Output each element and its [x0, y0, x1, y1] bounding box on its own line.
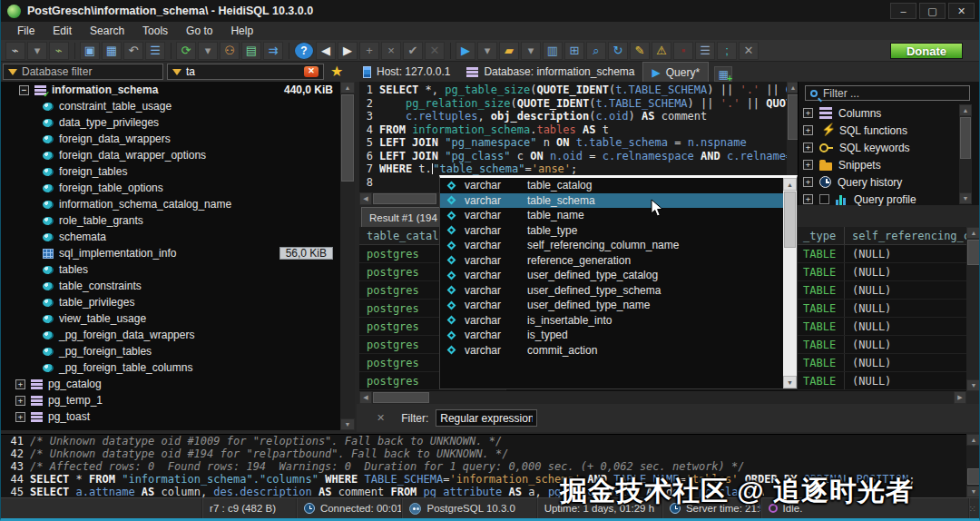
menu-goto[interactable]: Go to: [177, 25, 221, 37]
helper-item-snippets[interactable]: +Snippets: [803, 156, 963, 173]
grid-cell[interactable]: (NULL): [845, 336, 966, 353]
session-manager-icon[interactable]: ☰: [145, 42, 165, 60]
tree-scrollbar[interactable]: ▲ ▼: [340, 82, 355, 430]
tab-database[interactable]: Database: information_schema: [458, 62, 642, 82]
grid-cell[interactable]: (NULL): [845, 318, 966, 335]
scroll-down-icon[interactable]: ▼: [340, 418, 355, 430]
scroll-down-icon[interactable]: ▼: [966, 379, 980, 391]
table-row[interactable]: TABLE(NULL): [798, 263, 966, 281]
scroll-up-icon[interactable]: ▲: [340, 82, 355, 93]
grid-cell[interactable]: TABLE: [798, 318, 845, 335]
autocomplete-item[interactable]: varchartable_catalog: [440, 178, 783, 193]
new-query-tab-button[interactable]: ▦: [714, 66, 732, 82]
grid-vscrollbar[interactable]: ▲ ▼: [966, 227, 980, 391]
expand-icon[interactable]: +: [803, 108, 813, 118]
menu-help[interactable]: Help: [221, 25, 262, 37]
autocomplete-item[interactable]: varchartable_name: [440, 208, 783, 223]
tab-host[interactable]: Host: 127.0.0.1: [355, 62, 458, 82]
scroll-up-icon[interactable]: ▲: [966, 227, 980, 239]
tree-item-_pg_foreign_data_wrappers[interactable]: _pg_foreign_data_wrappers: [1, 327, 353, 343]
expand-icon[interactable]: +: [803, 160, 813, 170]
profile-checkbox[interactable]: [819, 194, 829, 204]
previous-result-icon[interactable]: ◀: [316, 42, 336, 60]
autocomplete-item[interactable]: varcharself_referencing_column_name: [440, 238, 783, 253]
table-row[interactable]: TABLE(NULL): [798, 372, 966, 390]
grid-cell[interactable]: (NULL): [845, 300, 966, 317]
tree-item-foreign_table_options[interactable]: foreign_table_options: [1, 180, 353, 196]
tree-item-information_schema_catalog_name[interactable]: information_schema_catalog_name: [1, 196, 353, 212]
grid-cell[interactable]: TABLE: [798, 245, 845, 262]
grid-hscrollbar[interactable]: ◀ ▶: [359, 391, 966, 404]
data-transfer-icon[interactable]: ⇉: [263, 42, 283, 60]
autocomplete-item[interactable]: varcharuser_defined_type_catalog: [440, 268, 783, 283]
open-file-icon[interactable]: ▰: [499, 42, 519, 60]
table-row[interactable]: TABLE(NULL): [798, 281, 966, 300]
tree-item-view_table_usage[interactable]: view_table_usage: [1, 310, 353, 327]
copy-icon[interactable]: ▣: [80, 42, 100, 60]
new-window-icon[interactable]: ⊞: [564, 42, 584, 60]
stop-icon[interactable]: ▪: [673, 42, 693, 60]
menu-file[interactable]: File: [8, 25, 44, 37]
disconnect-icon[interactable]: ⌁: [49, 42, 69, 60]
open-dropdown-icon[interactable]: ▾: [521, 42, 541, 60]
helper-scrollbar[interactable]: ▲ ▼: [959, 104, 972, 204]
column-header[interactable]: _type: [798, 227, 845, 244]
scrollbar-thumb[interactable]: [784, 192, 796, 248]
expand-icon[interactable]: +: [15, 396, 25, 406]
tree-item-pg_catalog[interactable]: +pg_catalog: [1, 376, 353, 392]
expand-icon[interactable]: +: [15, 379, 25, 389]
column-header[interactable]: self_referencing_col: [845, 227, 966, 244]
delete-record-icon[interactable]: ×: [381, 42, 401, 60]
menu-edit[interactable]: Edit: [44, 25, 81, 37]
tree-item-tables[interactable]: tables: [1, 261, 353, 278]
scrollbar-thumb[interactable]: [967, 468, 980, 485]
replace-icon[interactable]: ↻: [608, 42, 628, 60]
reformat-icon[interactable]: ☰: [695, 42, 715, 60]
autocomplete-item[interactable]: varcharcommit_action: [440, 343, 783, 359]
tree-item-pg_toast[interactable]: +pg_toast: [1, 408, 353, 425]
table-row[interactable]: TABLE(NULL): [798, 245, 966, 263]
tree-item-_pg_foreign_table_columns[interactable]: _pg_foreign_table_columns: [1, 359, 353, 376]
grid-cell[interactable]: TABLE: [798, 300, 845, 317]
scroll-up-icon[interactable]: ▲: [966, 434, 980, 446]
scroll-right-icon[interactable]: ▶: [954, 391, 966, 404]
autocomplete-item[interactable]: varchartable_type: [440, 223, 783, 239]
grid-cell[interactable]: TABLE: [798, 336, 845, 353]
scroll-down-icon[interactable]: ▼: [966, 486, 980, 497]
expand-icon[interactable]: +: [803, 194, 813, 204]
run-dropdown-icon[interactable]: ▾: [477, 42, 497, 60]
tree-item-foreign_tables[interactable]: foreign_tables: [1, 163, 353, 180]
tree-item-pg_temp_1[interactable]: +pg_temp_1: [1, 392, 353, 408]
grid-cell[interactable]: TABLE: [798, 354, 845, 371]
tree-item-foreign_data_wrappers[interactable]: foreign_data_wrappers: [1, 131, 353, 147]
refresh-dropdown-icon[interactable]: ▾: [198, 42, 218, 60]
expand-icon[interactable]: +: [803, 177, 813, 187]
tree-item-foreign_data_wrapper_options[interactable]: foreign_data_wrapper_options: [1, 147, 353, 163]
scroll-up-icon[interactable]: ▲: [783, 178, 797, 191]
post-changes-icon[interactable]: ✔: [403, 42, 423, 60]
donate-button[interactable]: Donate: [890, 43, 963, 59]
next-result-icon[interactable]: ▶: [338, 42, 358, 60]
grid-filter-input[interactable]: [436, 409, 537, 427]
helper-item-functions[interactable]: +SQL functions: [803, 122, 963, 139]
expand-icon[interactable]: +: [15, 412, 25, 422]
beautify-icon[interactable]: ✎: [630, 42, 650, 60]
grid-cell[interactable]: (NULL): [845, 354, 966, 371]
tree-item-schemata[interactable]: schemata: [1, 229, 353, 245]
menu-search[interactable]: Search: [81, 25, 133, 37]
paste-icon[interactable]: ▦: [102, 42, 122, 60]
scroll-left-icon[interactable]: ◀: [359, 391, 372, 404]
resize-grip-icon[interactable]: ⁙: [969, 504, 977, 514]
scroll-down-icon[interactable]: ▼: [959, 192, 972, 204]
grid-cell[interactable]: (NULL): [845, 281, 966, 299]
helper-filter-input[interactable]: Filter ...: [805, 85, 970, 101]
collapse-icon[interactable]: −: [19, 85, 29, 95]
title-bar[interactable]: PostGresch\information_schema\ - HeidiSQ…: [1, 0, 979, 22]
close-tab-icon[interactable]: ✕: [739, 42, 759, 60]
scroll-left-icon[interactable]: ◀: [359, 192, 372, 205]
autocomplete-item[interactable]: varcharis_typed: [440, 328, 783, 343]
close-button[interactable]: ✕: [948, 3, 975, 19]
autocomplete-item[interactable]: varcharreference_generation: [440, 253, 783, 269]
find-icon[interactable]: ⌕: [586, 42, 606, 60]
helper-item-columns[interactable]: +Columns: [803, 104, 963, 122]
